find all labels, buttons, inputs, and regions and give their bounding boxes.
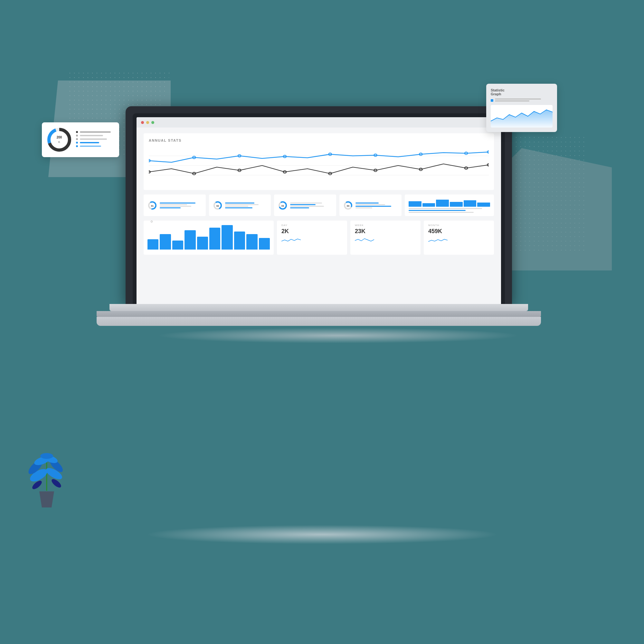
float-chart-area bbox=[491, 105, 553, 128]
stat-card-02: 02 bbox=[209, 194, 271, 216]
stat-donut-03: 03 bbox=[278, 201, 288, 210]
svg-text:01: 01 bbox=[151, 205, 154, 207]
plant-decoration bbox=[26, 443, 68, 509]
stat-lines-01 bbox=[160, 203, 202, 208]
metric-sparkline-day bbox=[281, 237, 343, 244]
svg-text:200: 200 bbox=[57, 136, 62, 139]
svg-text:04: 04 bbox=[347, 205, 349, 207]
stat-lines-02 bbox=[225, 203, 267, 208]
stat-info-01 bbox=[160, 202, 202, 209]
float-legend bbox=[491, 99, 553, 102]
metric-label-month: MONTH bbox=[428, 224, 489, 227]
laptop-foot bbox=[97, 326, 580, 345]
float-legend-dot bbox=[491, 99, 493, 102]
metric-value-day: 2K bbox=[281, 228, 343, 235]
float-line-item-4 bbox=[76, 142, 115, 144]
stat-card-01: 01 bbox=[144, 194, 206, 216]
float-card-right-title: Statistic Graph bbox=[491, 88, 553, 96]
svg-point-8 bbox=[40, 453, 53, 459]
stat-card-wide bbox=[405, 194, 494, 216]
dot-green bbox=[151, 121, 154, 124]
metric-value-week: 23K bbox=[355, 228, 416, 235]
svg-marker-0 bbox=[39, 491, 54, 507]
metric-sparkline-month bbox=[428, 237, 489, 244]
metric-card-week: WEEK 23K bbox=[350, 221, 421, 255]
float-line-item-1 bbox=[76, 131, 115, 133]
svg-text:02: 02 bbox=[216, 205, 219, 207]
stat-info-04 bbox=[355, 202, 398, 209]
stat-lines-04 bbox=[355, 203, 398, 208]
float-line-item-2 bbox=[76, 135, 115, 137]
stats-row: 01 bbox=[144, 194, 494, 216]
metric-value-month: 459K bbox=[428, 228, 489, 235]
metric-card-day: DAY 2K bbox=[277, 221, 347, 255]
laptop-screen-inner: ANNUAL STATS bbox=[137, 117, 501, 304]
metric-card-month: MONTH 459K bbox=[424, 221, 494, 255]
metric-sparkline-week bbox=[355, 237, 416, 244]
float-line-item-3 bbox=[76, 138, 115, 140]
float-lines bbox=[76, 131, 115, 149]
stat-donut-01: 01 bbox=[147, 201, 157, 210]
dot-red bbox=[141, 121, 144, 124]
laptop-keyboard-base bbox=[97, 317, 541, 326]
stat-info-03 bbox=[290, 202, 332, 209]
annual-stats-section: ANNUAL STATS bbox=[144, 133, 494, 190]
stat-lines-03 bbox=[290, 203, 332, 208]
dashboard: ANNUAL STATS bbox=[137, 128, 501, 260]
laptop-shadow bbox=[145, 525, 499, 544]
svg-text:03: 03 bbox=[282, 205, 284, 207]
dot-yellow bbox=[146, 121, 149, 124]
laptop-hinge bbox=[97, 311, 541, 317]
stat-donut-02: 02 bbox=[213, 201, 223, 210]
metric-label-week: WEEK bbox=[355, 224, 416, 227]
svg-point-10 bbox=[50, 478, 62, 489]
stat-card-04: 04 bbox=[339, 194, 402, 216]
metric-label-day: DAY bbox=[281, 224, 343, 227]
stat-donut-04: 04 bbox=[343, 201, 353, 210]
line-chart-area bbox=[149, 146, 489, 185]
annual-stats-title: ANNUAL STATS bbox=[149, 138, 489, 142]
bar-chart-area bbox=[147, 224, 270, 250]
laptop-base bbox=[109, 304, 528, 311]
screen-topbar bbox=[137, 117, 501, 128]
float-card-200k: 200 K bbox=[42, 122, 119, 157]
svg-text:K: K bbox=[58, 140, 60, 144]
stat-info-02 bbox=[225, 202, 267, 209]
laptop: ANNUAL STATS bbox=[97, 106, 541, 345]
float-legend-lines bbox=[495, 99, 553, 102]
stat-card-03: 03 bbox=[274, 194, 336, 216]
bar-chart-card bbox=[144, 221, 274, 255]
float-line-item-5 bbox=[76, 145, 115, 147]
float-card-statistic-graph: Statistic Graph bbox=[486, 84, 557, 132]
donut-200k: 200 K bbox=[46, 127, 72, 153]
laptop-screen-bezel: ANNUAL STATS bbox=[133, 113, 505, 304]
bottom-row: DAY 2K WEEK 23K bbox=[144, 221, 494, 255]
laptop-screen-outer: ANNUAL STATS bbox=[126, 106, 512, 304]
